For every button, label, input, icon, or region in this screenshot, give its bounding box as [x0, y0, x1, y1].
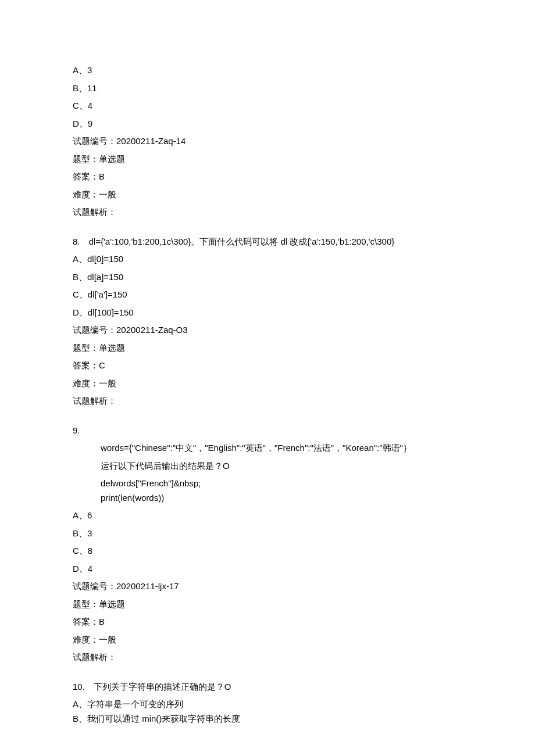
q9-number: 9.	[73, 424, 462, 438]
q7-type: 题型：单选题	[73, 153, 462, 166]
q9-option-a: A、6	[73, 509, 462, 522]
q9-code-line-2: 运行以下代码后输出的结果是？O	[73, 460, 462, 473]
q7-option-a: A、3	[73, 64, 462, 77]
q9-option-c: C、8	[73, 544, 462, 558]
q9-difficulty: 难度：一般	[73, 633, 462, 647]
spacer	[73, 669, 462, 680]
q8-id: 试题编号：20200211-Zaq-O3	[73, 324, 462, 337]
q7-difficulty: 难度：一般	[73, 188, 462, 202]
q7-analysis: 试题解析：	[73, 206, 462, 219]
q9-option-b: B、3	[73, 527, 462, 540]
q9-type: 题型：单选题	[73, 598, 462, 611]
spacer	[73, 413, 462, 424]
q8-option-a: A、dl[0]=150	[73, 253, 462, 266]
document-page: A、3 B、11 C、4 D、9 试题编号：20200211-Zaq-14 题型…	[0, 0, 535, 756]
q9-analysis: 试题解析：	[73, 651, 462, 664]
q9-id: 试题编号：20200211-ljx-17	[73, 580, 462, 593]
q9-code-line-1: words={"Chinese":"中文"，"English":"英语"，"Fr…	[73, 442, 462, 455]
q8-stem: 8. dl={'a':100,'b1:200,1c\300}。下面什么代码可以将…	[73, 235, 462, 249]
q8-option-c: C、dl['a']=150	[73, 288, 462, 302]
q7-option-b: B、11	[73, 82, 462, 95]
q8-type: 题型：单选题	[73, 342, 462, 355]
q8-option-b: B、dl[a]=150	[73, 271, 462, 284]
q9-code-line-3: delwords["French"]&nbsp;	[73, 477, 462, 490]
q10-option-a: A、字符串是一个可变的序列	[73, 698, 462, 711]
q7-answer: 答案：B	[73, 170, 462, 184]
q10-stem: 10. 下列关于字符串的描述正确的是？O	[73, 680, 462, 694]
q9-code-line-4: print(len(words))	[73, 492, 462, 505]
q10-option-b: B、我们可以通过 min()来获取字符串的长度	[73, 712, 462, 726]
q8-difficulty: 难度：一般	[73, 377, 462, 390]
q8-option-d: D、dl[100]=150	[73, 306, 462, 320]
q7-id: 试题编号：20200211-Zaq-14	[73, 135, 462, 148]
q7-option-c: C、4	[73, 99, 462, 113]
q8-answer: 答案：C	[73, 359, 462, 372]
q9-answer: 答案：B	[73, 615, 462, 629]
q7-option-d: D、9	[73, 117, 462, 131]
q8-analysis: 试题解析：	[73, 395, 462, 408]
q9-option-d: D、4	[73, 562, 462, 576]
spacer	[73, 224, 462, 235]
